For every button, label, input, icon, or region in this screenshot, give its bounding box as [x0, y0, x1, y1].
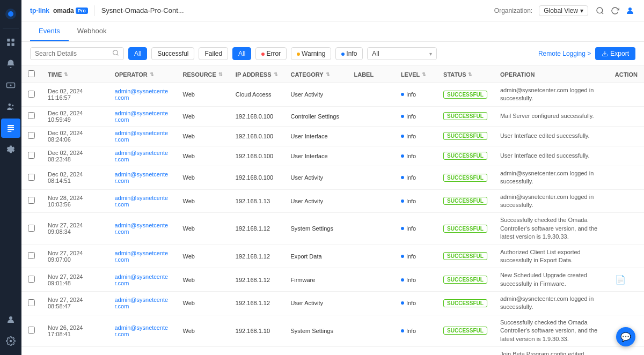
- svg-point-19: [113, 50, 118, 55]
- row-checkbox[interactable]: [28, 225, 35, 232]
- chat-button[interactable]: 💬: [616, 327, 635, 346]
- search-icon[interactable]: [595, 5, 605, 16]
- status-badge: SUCCESSFUL: [443, 276, 487, 284]
- tab-webhook[interactable]: Webhook: [69, 21, 115, 41]
- svg-point-18: [628, 8, 632, 11]
- tab-events[interactable]: Events: [30, 21, 69, 41]
- remote-logging-link[interactable]: Remote Logging >: [538, 50, 591, 57]
- row-operation: Authorized Client List exported successf…: [494, 245, 609, 268]
- svg-point-15: [10, 340, 12, 343]
- sidebar-item-alerts[interactable]: [1, 54, 20, 73]
- header-divider: [94, 5, 95, 16]
- brand-logo: tp-link omada Pro: [30, 7, 88, 14]
- filter-successful[interactable]: Successful: [151, 47, 194, 60]
- toolbar-right: Remote Logging > Export: [538, 47, 635, 60]
- events-table: TIME⇅ OPERATOR⇅ RESOURCE⇅ IP ADDRESS⇅ CA…: [21, 66, 644, 355]
- row-label: [347, 189, 394, 213]
- org-label: Organization:: [494, 7, 532, 14]
- header-action: ACTION: [609, 66, 644, 83]
- row-checkbox[interactable]: [28, 276, 35, 283]
- search-input[interactable]: [35, 50, 110, 57]
- level-text: Info: [406, 174, 416, 181]
- row-time: Dec 02, 2024 11:16:57: [41, 83, 108, 107]
- row-label: [347, 166, 394, 189]
- search-submit-icon[interactable]: [112, 49, 119, 58]
- category-select[interactable]: All ▾: [367, 47, 437, 60]
- refresh-icon[interactable]: [610, 5, 620, 16]
- filter-failed[interactable]: Failed: [199, 47, 228, 60]
- sidebar-item-user[interactable]: [1, 310, 20, 329]
- org-select[interactable]: Global View ▾: [539, 5, 588, 16]
- table-row: Nov 26, 2024 17:08:41 admin@sysnetcenter…: [21, 315, 644, 346]
- search-box[interactable]: [30, 47, 124, 60]
- org-value: Global View: [544, 7, 578, 14]
- filter-warning[interactable]: Warning: [291, 47, 331, 60]
- row-label: [347, 83, 394, 107]
- row-time: Dec 02, 2024 08:24:06: [41, 126, 108, 146]
- row-checkbox[interactable]: [28, 91, 35, 98]
- row-checkbox[interactable]: [28, 327, 35, 334]
- row-checkbox-cell: [21, 106, 41, 126]
- row-checkbox[interactable]: [28, 112, 35, 119]
- filter-all-level[interactable]: All: [232, 47, 251, 60]
- row-label: [347, 268, 394, 292]
- status-badge: SUCCESSFUL: [443, 91, 487, 99]
- row-status: SUCCESSFUL: [437, 213, 494, 245]
- svg-point-7: [10, 85, 12, 86]
- level-text: Info: [406, 225, 416, 232]
- sort-resource-icon: ⇅: [218, 72, 223, 77]
- export-button[interactable]: Export: [595, 47, 635, 60]
- row-label: [347, 213, 394, 245]
- sort-status-icon: ⇅: [468, 72, 472, 77]
- row-ip: Cloud Access: [229, 83, 284, 107]
- sidebar-item-system[interactable]: [1, 331, 20, 351]
- row-operation: User Interface edited successfully.: [494, 126, 609, 146]
- row-checkbox[interactable]: [28, 174, 35, 181]
- row-checkbox[interactable]: [28, 299, 35, 306]
- table-row: Nov 26, 2024 17:08:34 admin@sysnetcenter…: [21, 347, 644, 355]
- row-status: SUCCESSFUL: [437, 245, 494, 268]
- row-checkbox[interactable]: [28, 252, 35, 259]
- row-checkbox-cell: [21, 213, 41, 245]
- tabs-bar: Events Webhook: [21, 21, 644, 42]
- info-dot: [341, 53, 345, 56]
- row-checkbox[interactable]: [28, 197, 35, 204]
- level-text: Info: [406, 113, 416, 120]
- row-category: User Activity: [284, 83, 348, 107]
- sidebar-item-devices[interactable]: [1, 76, 20, 95]
- filter-all-status[interactable]: All: [128, 47, 147, 60]
- sidebar-item-dashboard[interactable]: [1, 33, 20, 52]
- row-status: SUCCESSFUL: [437, 268, 494, 292]
- row-time: Nov 27, 2024 09:01:48: [41, 268, 108, 292]
- header-operator: OPERATOR⇅: [108, 66, 176, 83]
- table-row: Nov 27, 2024 09:07:00 admin@sysnetcenter…: [21, 245, 644, 268]
- error-dot: [261, 53, 265, 56]
- sidebar-item-logs[interactable]: [1, 119, 20, 138]
- level-dot: [401, 135, 404, 138]
- action-doc-icon[interactable]: 📄: [615, 275, 626, 284]
- row-operator: admin@sysnetcenter.com: [108, 106, 176, 126]
- row-category: Export Data: [284, 245, 348, 268]
- header-resource: RESOURCE⇅: [177, 66, 229, 83]
- sort-ip-icon: ⇅: [274, 72, 278, 77]
- status-badge: SUCCESSFUL: [443, 327, 487, 335]
- row-operator: admin@sysnetcenter.com: [108, 347, 176, 355]
- row-checkbox[interactable]: [28, 152, 35, 159]
- row-level: Info: [394, 292, 437, 315]
- sidebar-item-settings[interactable]: [1, 140, 20, 159]
- row-checkbox[interactable]: [28, 132, 35, 139]
- select-all-checkbox[interactable]: [28, 70, 35, 77]
- filter-error[interactable]: Error: [255, 47, 287, 60]
- row-status: SUCCESSFUL: [437, 189, 494, 213]
- row-operation: Successfully checked the Omada Controlle…: [494, 315, 609, 346]
- table-row: Nov 28, 2024 10:03:56 admin@sysnetcenter…: [21, 189, 644, 213]
- header-ip: IP ADDRESS⇅: [229, 66, 284, 83]
- user-avatar-icon[interactable]: [625, 5, 635, 16]
- row-level: Info: [394, 245, 437, 268]
- row-ip: 192.168.1.12: [229, 213, 284, 245]
- pro-badge: Pro: [76, 8, 88, 14]
- filter-info[interactable]: Info: [335, 47, 363, 60]
- row-category: System Settings: [284, 347, 348, 355]
- row-label: [347, 106, 394, 126]
- sidebar-item-clients[interactable]: [1, 97, 20, 116]
